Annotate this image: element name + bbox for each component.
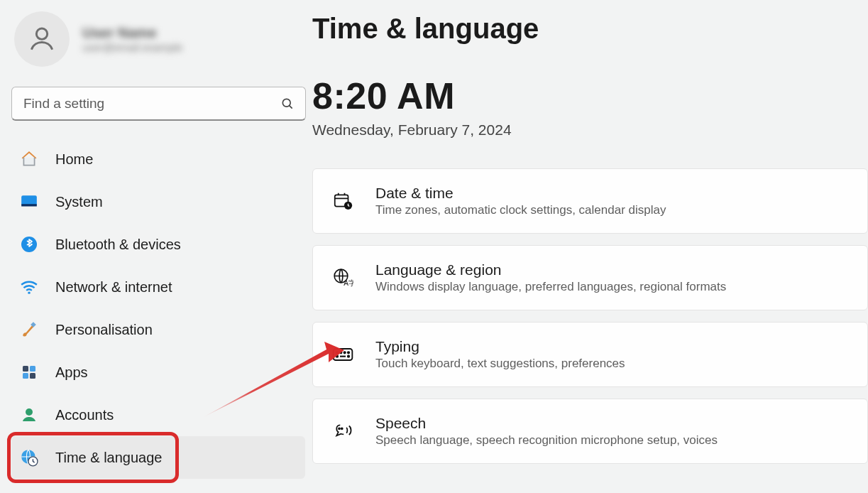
svg-point-12 bbox=[26, 408, 33, 416]
brush-icon bbox=[20, 320, 38, 339]
monitor-icon bbox=[20, 193, 38, 211]
card-title: Typing bbox=[375, 338, 625, 355]
calendar-clock-icon bbox=[331, 190, 354, 212]
bluetooth-icon bbox=[20, 235, 38, 254]
svg-point-28 bbox=[341, 428, 343, 429]
svg-rect-8 bbox=[23, 366, 28, 372]
svg-text:A字: A字 bbox=[344, 279, 353, 287]
svg-line-2 bbox=[290, 106, 292, 109]
svg-rect-19 bbox=[334, 349, 353, 360]
sidebar-item-label: Accounts bbox=[55, 407, 114, 423]
svg-rect-4 bbox=[21, 204, 37, 206]
svg-point-27 bbox=[339, 428, 340, 429]
keyboard-icon bbox=[331, 343, 354, 366]
sidebar-item-home[interactable]: Home bbox=[11, 138, 305, 180]
main-content: Time & language 8:20 AM Wednesday, Febru… bbox=[312, 0, 868, 493]
wifi-icon bbox=[20, 278, 38, 296]
person-icon bbox=[26, 23, 57, 55]
card-sub: Time zones, automatic clock settings, ca… bbox=[375, 203, 666, 217]
svg-point-26 bbox=[348, 355, 349, 357]
globe-clock-icon bbox=[20, 448, 38, 467]
svg-rect-11 bbox=[30, 373, 35, 379]
nav: Home System Bluetooth & devices Network … bbox=[11, 138, 305, 479]
svg-point-22 bbox=[344, 352, 345, 353]
card-sub: Touch keyboard, text suggestions, prefer… bbox=[375, 357, 625, 371]
sidebar-item-bluetooth[interactable]: Bluetooth & devices bbox=[11, 223, 305, 266]
sidebar: User Name user@email.example Home Syst bbox=[0, 0, 312, 493]
card-title: Date & time bbox=[375, 185, 666, 202]
sidebar-item-label: Time & language bbox=[55, 450, 162, 466]
card-typing[interactable]: Typing Touch keyboard, text suggestions,… bbox=[312, 322, 868, 387]
sidebar-item-accounts[interactable]: Accounts bbox=[11, 394, 305, 436]
card-sub: Windows display language, preferred lang… bbox=[375, 280, 726, 294]
card-sub: Speech language, speech recognition micr… bbox=[375, 433, 718, 448]
card-title: Speech bbox=[375, 415, 718, 432]
card-speech[interactable]: Speech Speech language, speech recogniti… bbox=[312, 399, 868, 464]
sidebar-item-label: Network & internet bbox=[55, 279, 172, 296]
svg-point-24 bbox=[336, 355, 338, 357]
profile-block[interactable]: User Name user@email.example bbox=[11, 11, 305, 67]
card-language-region[interactable]: A字 Language & region Windows display lan… bbox=[312, 245, 868, 310]
settings-cards: Date & time Time zones, automatic clock … bbox=[312, 168, 868, 464]
account-icon bbox=[20, 406, 38, 424]
sidebar-item-network[interactable]: Network & internet bbox=[11, 266, 305, 308]
search-wrap bbox=[11, 87, 306, 121]
svg-point-0 bbox=[36, 28, 47, 39]
svg-rect-25 bbox=[340, 356, 346, 357]
clock-time: 8:20 AM bbox=[312, 75, 868, 117]
search-icon bbox=[280, 97, 295, 111]
svg-point-20 bbox=[336, 352, 338, 353]
search-input[interactable] bbox=[11, 87, 306, 121]
sidebar-item-time-language[interactable]: Time & language bbox=[11, 436, 305, 479]
sidebar-item-label: Bluetooth & devices bbox=[55, 237, 181, 253]
home-icon bbox=[20, 150, 38, 168]
svg-point-1 bbox=[282, 99, 290, 107]
sidebar-item-system[interactable]: System bbox=[11, 180, 305, 223]
svg-rect-9 bbox=[30, 366, 35, 372]
speech-icon bbox=[331, 420, 354, 443]
sidebar-item-apps[interactable]: Apps bbox=[11, 351, 305, 394]
svg-point-6 bbox=[28, 291, 30, 293]
profile-name: User Name bbox=[82, 25, 182, 41]
avatar bbox=[14, 11, 70, 67]
apps-icon bbox=[20, 363, 38, 381]
profile-sub: user@email.example bbox=[82, 41, 182, 53]
globe-language-icon: A字 bbox=[331, 266, 354, 289]
sidebar-item-label: Home bbox=[55, 151, 93, 168]
sidebar-item-label: System bbox=[55, 194, 103, 210]
card-title: Language & region bbox=[375, 261, 726, 278]
sidebar-item-label: Personalisation bbox=[55, 322, 153, 338]
svg-point-23 bbox=[348, 352, 349, 353]
card-date-time[interactable]: Date & time Time zones, automatic clock … bbox=[312, 168, 868, 234]
page-title: Time & language bbox=[312, 13, 868, 45]
sidebar-item-label: Apps bbox=[55, 364, 88, 381]
clock-date: Wednesday, February 7, 2024 bbox=[312, 121, 868, 139]
svg-point-21 bbox=[340, 352, 341, 353]
profile-text: User Name user@email.example bbox=[82, 25, 182, 53]
svg-rect-10 bbox=[23, 373, 28, 379]
sidebar-item-personalisation[interactable]: Personalisation bbox=[11, 308, 305, 351]
